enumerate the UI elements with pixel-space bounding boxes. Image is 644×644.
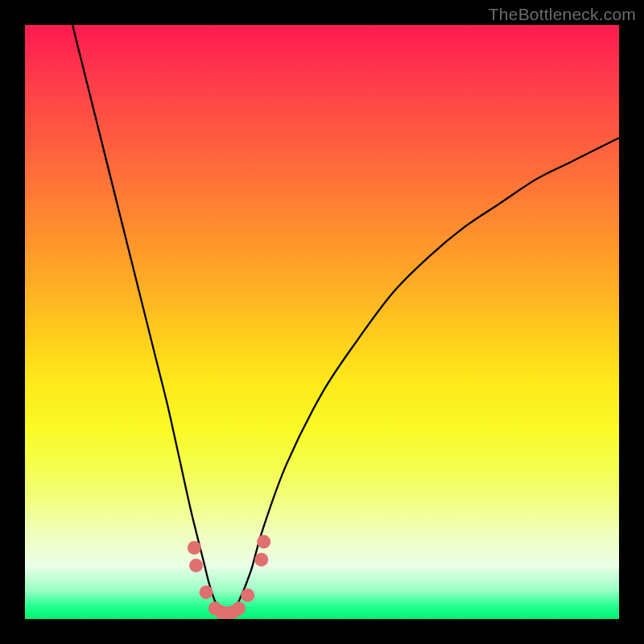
marker-point [254, 553, 268, 567]
marker-point [200, 585, 213, 599]
marker-point [241, 588, 254, 602]
watermark-text: TheBottleneck.com [489, 5, 636, 24]
chart-svg [25, 25, 619, 619]
marker-point [232, 601, 246, 615]
plot-area [25, 25, 619, 619]
marker-point [257, 535, 270, 549]
curve-line [72, 25, 619, 613]
marker-point [189, 559, 203, 572]
chart-frame: TheBottleneck.com [0, 0, 644, 644]
marker-point [188, 541, 201, 555]
